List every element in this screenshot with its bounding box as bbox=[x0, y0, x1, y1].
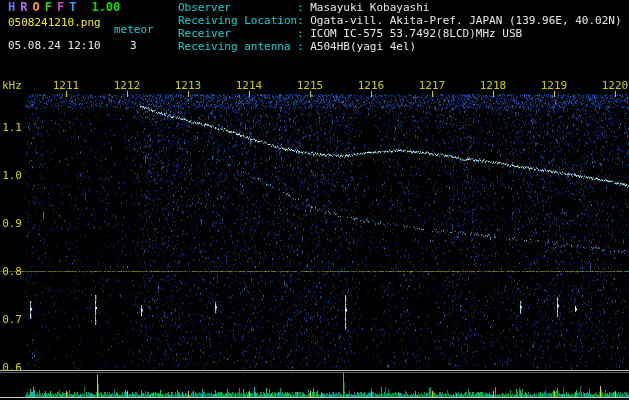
info-row-location: Receiving Location: Ogata-vill. Akita-Pr… bbox=[178, 14, 622, 27]
info-value: A504HB(yagi 4el) bbox=[310, 40, 416, 53]
freq-label: 1.0 bbox=[0, 169, 22, 182]
time-label: 1212 bbox=[109, 79, 145, 92]
info-value: Ogata-vill. Akita-Pref. JAPAN (139.96E, … bbox=[310, 14, 621, 27]
logo-letter: F bbox=[57, 1, 64, 14]
time-label: 1219 bbox=[536, 79, 572, 92]
info-label: Receiving Location bbox=[178, 14, 297, 27]
time-label: 1220 bbox=[597, 79, 629, 92]
info-row-receiver: Receiver: ICOM IC-575 53.7492(8LCD)MHz U… bbox=[178, 27, 622, 40]
time-label: 1217 bbox=[414, 79, 450, 92]
freq-label: 0.8 bbox=[0, 265, 22, 278]
info-label: Receiver bbox=[178, 27, 297, 40]
time-label: 1211 bbox=[48, 79, 84, 92]
freq-label: 0.6 bbox=[0, 361, 22, 374]
time-label: 1215 bbox=[292, 79, 328, 92]
time-label: 1214 bbox=[231, 79, 267, 92]
logo-letter: R bbox=[20, 1, 27, 14]
info-colon: : bbox=[297, 1, 310, 14]
logo-letter: F bbox=[45, 1, 52, 14]
freq-label: 1.1 bbox=[0, 121, 22, 134]
logo-letter: O bbox=[32, 1, 39, 14]
datetime-label: 05.08.24 12:10 bbox=[8, 39, 101, 52]
info-row-antenna: Receiving antenna: A504HB(yagi 4el) bbox=[178, 40, 622, 53]
info-colon: : bbox=[297, 40, 310, 53]
mode-label: meteor bbox=[114, 23, 154, 36]
info-row-observer: Observer: Masayuki Kobayashi bbox=[178, 1, 622, 14]
version-label: 1.00 bbox=[91, 0, 120, 14]
time-axis: 1211 1212 1213 1214 1215 1216 1217 1218 … bbox=[0, 79, 629, 91]
info-label: Receiving antenna bbox=[178, 40, 297, 53]
info-colon: : bbox=[297, 14, 310, 27]
info-value: ICOM IC-575 53.7492(8LCD)MHz USB bbox=[310, 27, 522, 40]
station-info: Observer: Masayuki Kobayashi Receiving L… bbox=[178, 1, 622, 53]
time-label: 1218 bbox=[475, 79, 511, 92]
freq-label: 0.9 bbox=[0, 217, 22, 230]
filename-label: 0508241210.png bbox=[8, 16, 101, 29]
time-label: 1213 bbox=[170, 79, 206, 92]
header: HROFFT1.00 0508241210.png meteor 05.08.2… bbox=[0, 0, 629, 62]
app-logo: HROFFT1.00 bbox=[8, 1, 120, 14]
logo-letter: H bbox=[8, 1, 15, 14]
echo-count: 3 bbox=[130, 39, 137, 52]
logo-letter: T bbox=[69, 1, 76, 14]
freq-label: 0.7 bbox=[0, 313, 22, 326]
info-value: Masayuki Kobayashi bbox=[310, 1, 429, 14]
hrofft-screen: HROFFT1.00 0508241210.png meteor 05.08.2… bbox=[0, 0, 629, 400]
info-label: Observer bbox=[178, 1, 297, 14]
info-colon: : bbox=[297, 27, 310, 40]
time-label: 1216 bbox=[353, 79, 389, 92]
